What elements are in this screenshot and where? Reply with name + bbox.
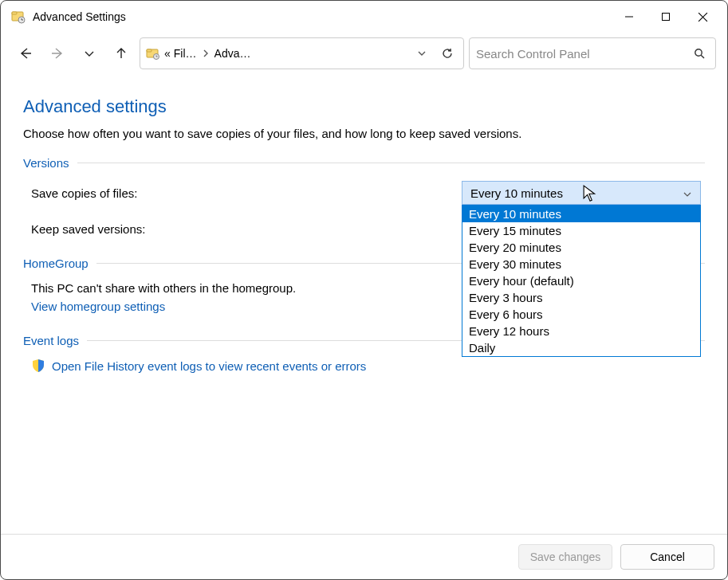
dropdown-item[interactable]: Daily (462, 339, 700, 356)
breadcrumb-ellipsis: « (164, 47, 171, 60)
dropdown-item[interactable]: Every 10 minutes (462, 206, 700, 222)
minimize-button[interactable] (611, 1, 647, 33)
refresh-button[interactable] (436, 42, 458, 65)
forward-button[interactable] (44, 40, 71, 67)
breadcrumb-item-2[interactable]: Adva… (214, 47, 251, 60)
shield-icon (31, 359, 45, 373)
address-bar[interactable]: « Fil… Adva… (140, 37, 464, 69)
group-label-homegroup: HomeGroup (23, 257, 89, 270)
back-button[interactable] (12, 40, 39, 67)
dropdown-item[interactable]: Every hour (default) (462, 272, 700, 289)
breadcrumb-item-1[interactable]: Fil… (174, 47, 197, 60)
eventlogs-link-row: Open File History event logs to view rec… (23, 359, 705, 373)
dropdown-item[interactable]: Every 30 minutes (462, 256, 700, 272)
field-label-save-copies: Save copies of files: (31, 186, 462, 200)
group-label-versions: Versions (23, 156, 69, 170)
up-button[interactable] (108, 40, 135, 67)
group-label-eventlogs: Event logs (23, 334, 79, 347)
versions-group: Versions Save copies of files: Every 10 … (23, 156, 705, 236)
titlebar: Advanced Settings (1, 1, 727, 33)
cancel-button[interactable]: Cancel (620, 544, 714, 570)
app-icon (10, 9, 26, 25)
svg-rect-4 (663, 14, 670, 21)
field-label-keep-versions: Keep saved versions: (31, 222, 462, 236)
field-row-save-copies: Save copies of files: Every 10 minutes E… (23, 181, 705, 205)
dropdown-list[interactable]: Every 10 minutesEvery 15 minutesEvery 20… (462, 205, 701, 357)
folder-icon (145, 45, 161, 61)
save-changes-button[interactable]: Save changes (518, 544, 612, 570)
combobox-display[interactable]: Every 10 minutes (462, 181, 701, 205)
dropdown-item[interactable]: Every 3 hours (462, 289, 700, 306)
dropdown-item[interactable]: Every 6 hours (462, 306, 700, 323)
dropdown-item[interactable]: Every 15 minutes (462, 222, 700, 239)
svg-rect-1 (12, 12, 17, 14)
dropdown-item[interactable]: Every 20 minutes (462, 239, 700, 256)
chevron-down-icon (683, 188, 692, 198)
save-copies-combobox[interactable]: Every 10 minutes Every 10 minutesEvery 1… (462, 181, 701, 205)
toolbar: « Fil… Adva… (1, 33, 727, 80)
maximize-button[interactable] (647, 1, 684, 33)
address-dropdown-button[interactable] (411, 42, 433, 65)
search-bar[interactable] (469, 37, 716, 69)
search-button[interactable] (690, 44, 709, 63)
search-input[interactable] (476, 47, 690, 61)
footer: Save changes Cancel (1, 534, 727, 579)
svg-point-10 (695, 49, 702, 56)
group-header-versions: Versions (23, 156, 705, 170)
combobox-value: Every 10 minutes (470, 186, 563, 200)
view-homegroup-settings-link[interactable]: View homegroup settings (31, 300, 165, 313)
page-title: Advanced settings (23, 96, 705, 117)
svg-rect-8 (147, 49, 152, 52)
dropdown-item[interactable]: Every 12 hours (462, 323, 700, 339)
chevron-right-icon (200, 48, 211, 59)
page-description: Choose how often you want to save copies… (23, 127, 705, 140)
content: Advanced settings Choose how often you w… (1, 80, 727, 534)
svg-line-11 (701, 55, 704, 58)
divider (77, 163, 705, 163)
open-event-logs-link[interactable]: Open File History event logs to view rec… (52, 359, 366, 373)
close-button[interactable] (684, 1, 721, 33)
window-title: Advanced Settings (33, 10, 126, 23)
recent-locations-button[interactable] (76, 40, 103, 67)
window: Advanced Settings « Fil… (0, 0, 728, 580)
